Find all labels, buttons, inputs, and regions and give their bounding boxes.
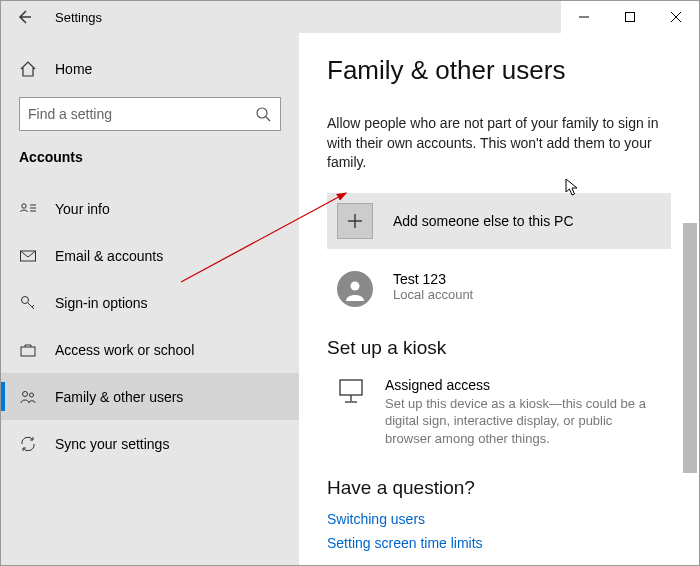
home-nav[interactable]: Home (1, 51, 299, 87)
svg-point-17 (30, 393, 34, 397)
sidebar-item-label: Access work or school (55, 342, 194, 358)
svg-point-5 (257, 108, 267, 118)
sidebar-item-email-accounts[interactable]: Email & accounts (1, 232, 299, 279)
home-label: Home (55, 61, 92, 77)
svg-point-12 (22, 296, 29, 303)
assigned-access-title: Assigned access (385, 377, 661, 393)
user-subtitle: Local account (393, 287, 473, 302)
key-icon (19, 294, 37, 312)
sidebar-item-family-other-users[interactable]: Family & other users (1, 373, 299, 420)
sidebar: Home Find a setting Accounts Your info E… (1, 33, 299, 566)
scrollbar-thumb[interactable] (683, 223, 697, 473)
mail-icon (19, 247, 37, 265)
vertical-scrollbar[interactable] (683, 33, 697, 565)
sidebar-item-label: Email & accounts (55, 248, 163, 264)
user-account-item[interactable]: Test 123 Local account (327, 271, 671, 307)
svg-rect-21 (340, 380, 362, 395)
search-input[interactable]: Find a setting (19, 97, 281, 131)
sidebar-item-label: Sync your settings (55, 436, 169, 452)
person-card-icon (19, 200, 37, 218)
title-bar: Settings (1, 1, 699, 33)
back-button[interactable] (1, 1, 47, 33)
svg-rect-15 (21, 347, 35, 356)
people-icon (19, 388, 37, 406)
window-title: Settings (55, 10, 102, 25)
page-title: Family & other users (327, 55, 671, 86)
sidebar-section-header: Accounts (1, 149, 299, 165)
svg-line-6 (266, 117, 270, 121)
sidebar-item-your-info[interactable]: Your info (1, 185, 299, 232)
kiosk-heading: Set up a kiosk (327, 337, 671, 359)
add-user-label: Add someone else to this PC (393, 213, 574, 229)
help-link-switching-users[interactable]: Switching users (327, 511, 671, 527)
sync-icon (19, 435, 37, 453)
minimize-button[interactable] (561, 1, 607, 33)
search-icon (254, 105, 272, 123)
sidebar-item-label: Family & other users (55, 389, 183, 405)
kiosk-monitor-icon (337, 377, 365, 405)
svg-point-7 (22, 203, 26, 207)
sidebar-item-access-work-school[interactable]: Access work or school (1, 326, 299, 373)
svg-rect-2 (626, 13, 635, 22)
sidebar-item-sign-in-options[interactable]: Sign-in options (1, 279, 299, 326)
close-button[interactable] (653, 1, 699, 33)
sidebar-item-label: Sign-in options (55, 295, 148, 311)
plus-icon (337, 203, 373, 239)
svg-line-14 (32, 305, 34, 307)
question-heading: Have a question? (327, 477, 671, 499)
avatar-icon (337, 271, 373, 307)
sidebar-item-label: Your info (55, 201, 110, 217)
briefcase-icon (19, 341, 37, 359)
sidebar-item-sync-settings[interactable]: Sync your settings (1, 420, 299, 467)
maximize-button[interactable] (607, 1, 653, 33)
user-name: Test 123 (393, 271, 473, 287)
main-content: Family & other users Allow people who ar… (299, 33, 699, 566)
page-description: Allow people who are not part of your fa… (327, 114, 671, 173)
svg-point-20 (351, 281, 360, 290)
home-icon (19, 60, 37, 78)
assigned-access-description: Set up this device as a kiosk—this could… (385, 395, 661, 448)
assigned-access-item[interactable]: Assigned access Set up this device as a … (327, 377, 671, 448)
help-link-screen-time[interactable]: Setting screen time limits (327, 535, 671, 551)
add-user-button[interactable]: Add someone else to this PC (327, 193, 671, 249)
svg-point-16 (23, 391, 28, 396)
search-placeholder: Find a setting (28, 106, 254, 122)
